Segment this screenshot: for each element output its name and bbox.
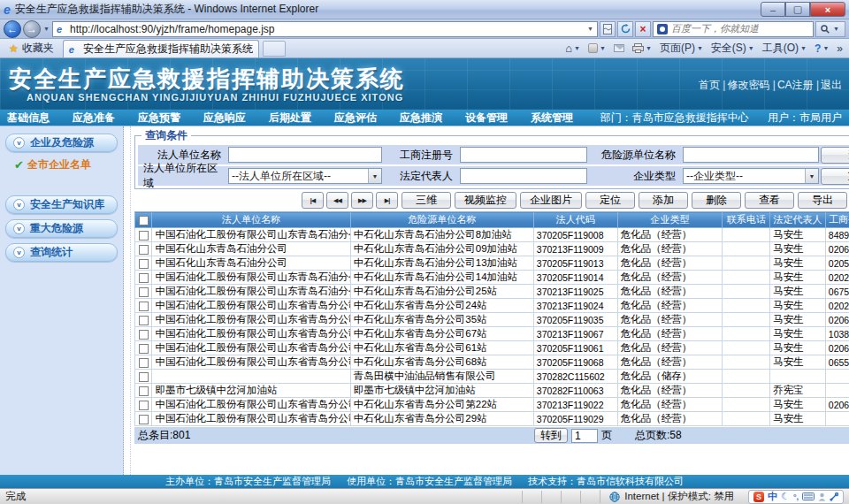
nav-item-6[interactable]: 应急推演 xyxy=(400,111,442,124)
legal-rep-input[interactable] xyxy=(460,168,587,184)
compatibility-view-button[interactable] xyxy=(600,21,616,37)
toolbar-button-4[interactable]: 添加 xyxy=(639,192,688,209)
nav-item-8[interactable]: 系统管理 xyxy=(531,111,573,124)
toolbar-button-5[interactable]: 删除 xyxy=(692,192,741,209)
nav-item-4[interactable]: 后期处置 xyxy=(269,111,311,124)
refresh-button[interactable] xyxy=(617,21,633,37)
soft-keyboard-icon[interactable] xyxy=(802,493,815,500)
search-options-dropdown-icon[interactable]: ▼ xyxy=(832,26,840,32)
safety-menu-label: 安全(S) xyxy=(711,41,746,56)
reg-no-input[interactable] xyxy=(460,147,587,163)
toolbar-button-2[interactable]: 企业图片 xyxy=(520,192,582,209)
toolbar-button-0[interactable]: 三维 xyxy=(402,192,451,209)
nav-item-0[interactable]: 基础信息 xyxy=(7,111,50,124)
header-link-3[interactable]: 退出 xyxy=(821,79,842,91)
search-query-button[interactable]: 查询 xyxy=(821,147,849,164)
hazard-name-input[interactable] xyxy=(683,147,819,163)
fullwidth-mode-icon[interactable]: ☾ xyxy=(781,491,790,502)
header-link-1[interactable]: 修改密码 xyxy=(727,79,769,91)
chinese-mode-icon[interactable]: 中 xyxy=(768,490,777,503)
overflow-chevron-icon[interactable]: » xyxy=(834,41,845,57)
toolbar-button-1[interactable]: 视频监控 xyxy=(455,192,516,209)
stop-button[interactable]: × xyxy=(635,21,651,37)
search-box[interactable]: 百度一下，你就知道 xyxy=(653,21,814,37)
maximize-button[interactable]: ▢ xyxy=(785,2,810,17)
corp-type-select[interactable]: --企业类型-- ▼ xyxy=(683,168,819,184)
goto-page-input[interactable] xyxy=(571,429,598,443)
row-checkbox[interactable] xyxy=(139,372,149,382)
new-tab-stub[interactable] xyxy=(263,41,286,57)
recent-pages-dropdown-icon[interactable]: ▼ xyxy=(42,26,50,32)
feeds-button[interactable]: ▼ xyxy=(585,41,608,57)
row-checkbox[interactable] xyxy=(139,245,149,255)
nav-item-3[interactable]: 应急响应 xyxy=(203,111,246,124)
row-checkbox[interactable] xyxy=(139,415,149,424)
select-all-checkbox[interactable] xyxy=(139,216,149,225)
sidebar-group-enterprise-hazard[interactable]: v 企业及危险源 xyxy=(5,134,118,152)
close-button[interactable]: × xyxy=(810,2,845,17)
reset-button[interactable]: 重置 xyxy=(821,168,849,185)
row-checkbox[interactable] xyxy=(139,330,149,340)
search-placeholder[interactable]: 百度一下，你就知道 xyxy=(671,22,759,35)
row-checkbox[interactable] xyxy=(139,259,149,269)
cell: 中石化山东青岛石油分公司09加油站 xyxy=(350,242,533,256)
next-page-button[interactable]: ▶▶ xyxy=(351,192,373,209)
search-button[interactable]: ▼ xyxy=(815,21,845,37)
tools-menu[interactable]: 工具(O)▼ xyxy=(760,41,809,57)
row-checkbox[interactable] xyxy=(139,358,149,368)
first-page-button[interactable]: |◀ xyxy=(302,192,324,209)
header-link-0[interactable]: 首页 xyxy=(699,79,720,91)
back-button[interactable]: ← xyxy=(4,20,21,38)
row-checkbox[interactable] xyxy=(139,401,149,410)
nav-item-1[interactable]: 应急准备 xyxy=(73,111,115,124)
row-checkbox[interactable] xyxy=(139,273,149,283)
row-checkbox[interactable] xyxy=(139,344,149,354)
nav-item-5[interactable]: 应急评估 xyxy=(334,111,377,124)
cell: 067506 xyxy=(825,285,849,299)
region-select[interactable]: --法人单位所在区域-- ▼ xyxy=(228,168,382,184)
row-checkbox[interactable] xyxy=(139,386,149,396)
user-settings-icon[interactable] xyxy=(818,493,826,501)
sidebar-item-label: 全市企业名单 xyxy=(27,157,91,172)
row-checkbox[interactable] xyxy=(139,231,149,241)
home-button[interactable]: ⌂▼ xyxy=(562,41,583,57)
row-checkbox[interactable] xyxy=(139,316,149,325)
address-dropdown-icon[interactable]: ▼ xyxy=(587,26,593,32)
sidebar-group-query-statistics[interactable]: v 查询统计 xyxy=(5,243,118,262)
cell: 103850 xyxy=(825,327,849,341)
address-field[interactable]: e http://localhost:90/yjzh/frame/homepag… xyxy=(52,21,598,37)
minimize-button[interactable]: – xyxy=(761,2,785,17)
print-button[interactable]: ▼ xyxy=(630,41,654,57)
toolbar-button-3[interactable]: 定位 xyxy=(585,192,635,209)
frame-splitter[interactable] xyxy=(124,126,131,475)
row-checkbox[interactable] xyxy=(139,287,149,297)
row-select-cell xyxy=(135,242,152,256)
read-mail-button[interactable] xyxy=(611,41,627,57)
row-checkbox[interactable] xyxy=(139,302,149,311)
prev-page-button[interactable]: ◀◀ xyxy=(326,192,348,209)
nav-item-7[interactable]: 设备管理 xyxy=(465,111,508,124)
toolbar-button-7[interactable]: 导出 xyxy=(798,192,847,209)
sidebar-item-city-enterprise-list[interactable]: ✔ 全市企业名单 xyxy=(14,157,118,172)
address-url[interactable]: http://localhost:90/yjzh/frame/homepage.… xyxy=(70,23,274,35)
corp-name-input[interactable] xyxy=(228,147,382,163)
last-page-button[interactable]: ▶| xyxy=(376,192,398,209)
sidebar-group-knowledge-base[interactable]: v 安全生产知识库 xyxy=(5,195,118,214)
page-footer: 主办单位：青岛市安全生产监督管理局使用单位：青岛市安全生产监督管理局技术支持：青… xyxy=(0,475,849,488)
help-menu[interactable]: ?▼ xyxy=(812,41,831,57)
header-link-2[interactable]: CA注册 xyxy=(777,79,814,91)
sogou-icon[interactable]: S xyxy=(753,492,764,502)
cell xyxy=(723,256,770,271)
toolbar-button-6[interactable]: 查看 xyxy=(745,192,794,209)
forward-button[interactable]: → xyxy=(23,20,41,38)
browser-tab[interactable]: e 安全生产应急救援指挥辅助决策系统 xyxy=(63,40,259,57)
goto-page-button[interactable]: 转到 xyxy=(534,428,568,443)
favorites-button[interactable]: ★ 收藏夹 xyxy=(4,41,59,57)
nav-item-2[interactable]: 应急预警 xyxy=(138,111,180,124)
page-menu[interactable]: 页面(P)▼ xyxy=(657,41,706,57)
safety-menu[interactable]: 安全(S)▼ xyxy=(708,41,757,57)
punctuation-mode-icon[interactable]: °, xyxy=(793,493,799,501)
wrench-icon[interactable] xyxy=(830,493,838,501)
sidebar-group-major-hazards[interactable]: v 重大危险源 xyxy=(5,219,118,238)
cell xyxy=(723,228,770,242)
